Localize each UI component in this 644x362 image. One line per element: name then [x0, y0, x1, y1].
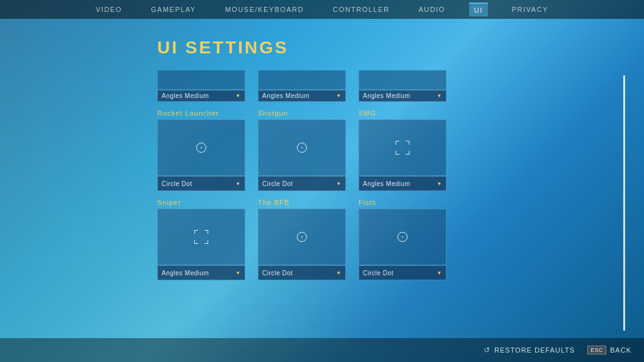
corner-tr-smg [406, 141, 409, 145]
weapon-dropdown-label-sniper: Angles Medium [162, 270, 209, 277]
dropdown-arrow-smg: ▼ [437, 181, 442, 187]
dropdown-arrow-fists: ▼ [437, 270, 442, 276]
nav-gameplay[interactable]: GAMEPLAY [146, 3, 201, 16]
weapon-label-shotgun: Shotgun [258, 109, 346, 117]
dropdown-arrow-shotgun: ▼ [336, 181, 341, 187]
weapon-item-shotgun: Shotgun Circle Dot ▼ [258, 109, 346, 191]
weapon-label-smg: SMG [358, 109, 447, 117]
weapon-label-sniper: Sniper [157, 199, 245, 206]
weapon-item-smg: SMG Angles Medium ▼ [358, 109, 447, 191]
nav-audio[interactable]: AUDIO [413, 3, 450, 16]
back-button[interactable]: ESC Back [587, 346, 631, 354]
corner-br-smg [406, 151, 409, 155]
crosshair-preview-bfb [258, 209, 346, 265]
weapon-dropdown-label-bfb: Circle Dot [262, 270, 293, 277]
crosshair-circle-fists [397, 232, 408, 242]
crosshair-circle-rocket-launcher [196, 143, 206, 153]
crosshair-angles-sniper [194, 230, 208, 244]
dropdown-arrow-sniper: ▼ [236, 270, 241, 276]
partial-item-3: Angles Medium ▼ [358, 70, 447, 102]
partial-preview-3 [358, 70, 447, 90]
crosshair-angles-smg [396, 141, 409, 155]
weapon-dropdown-label-fists: Circle Dot [363, 270, 394, 277]
dropdown-arrow-icon-2: ▼ [336, 93, 341, 99]
bottom-bar: ↺ Restore Defaults ESC Back [0, 338, 644, 362]
partial-dropdown-label-1: Angles Medium [162, 92, 209, 99]
corner-tr-sniper [204, 230, 208, 234]
restore-icon: ↺ [484, 346, 491, 354]
restore-defaults-button[interactable]: ↺ Restore Defaults [484, 346, 575, 354]
weapon-label-fists: Fists [358, 199, 447, 206]
esc-key-label: ESC [587, 346, 606, 354]
partial-preview-1 [157, 70, 245, 90]
weapon-dropdown-label-shotgun: Circle Dot [262, 180, 293, 187]
crosshair-circle-shotgun [297, 143, 307, 153]
dropdown-arrow-bfb: ▼ [336, 270, 341, 276]
crosshair-preview-sniper [157, 209, 245, 265]
weapon-item-sniper: Sniper Angles Medium ▼ [157, 199, 245, 280]
weapons-grid: Rocket Launcher Circle Dot ▼ Shotgun Cir… [157, 109, 606, 280]
dropdown-arrow-rocket-launcher: ▼ [236, 181, 241, 187]
weapon-dropdown-sniper[interactable]: Angles Medium ▼ [157, 265, 245, 280]
partial-dropdown-2[interactable]: Angles Medium ▼ [258, 90, 346, 102]
weapon-dropdown-label-smg: Angles Medium [363, 180, 410, 187]
crosshair-preview-shotgun [258, 119, 346, 176]
scrollbar[interactable] [623, 75, 625, 331]
partial-item-2: Angles Medium ▼ [258, 70, 346, 102]
partial-item-1: Angles Medium ▼ [157, 70, 245, 102]
crosshair-preview-rocket-launcher [157, 119, 245, 176]
partial-dropdown-label-3: Angles Medium [363, 92, 410, 99]
corner-tl-sniper [194, 230, 198, 234]
dropdown-arrow-icon: ▼ [236, 93, 241, 99]
nav-bar: VIDEO GAMEPLAY MOUSE/KEYBOARD CONTROLLER… [0, 0, 644, 19]
partial-preview-2 [258, 70, 346, 90]
crosshair-preview-fists [358, 209, 447, 265]
partial-row: Angles Medium ▼ Angles Medium ▼ Angles M… [157, 70, 606, 102]
weapon-item-bfb: The BFB Circle Dot ▼ [258, 199, 346, 280]
partial-dropdown-1[interactable]: Angles Medium ▼ [157, 90, 245, 102]
weapon-dropdown-fists[interactable]: Circle Dot ▼ [358, 265, 447, 280]
crosshair-preview-smg [358, 119, 447, 176]
corner-bl-sniper [194, 240, 198, 244]
crosshair-circle-bfb [297, 232, 307, 242]
weapon-dropdown-bfb[interactable]: Circle Dot ▼ [258, 265, 346, 280]
corner-bl-smg [396, 151, 399, 155]
restore-defaults-label: Restore Defaults [494, 346, 575, 354]
partial-dropdown-3[interactable]: Angles Medium ▼ [358, 90, 447, 102]
main-content: UI SETTINGS Angles Medium ▼ Angles Mediu… [126, 19, 606, 337]
nav-video[interactable]: VIDEO [91, 3, 127, 16]
back-label: Back [610, 346, 631, 354]
weapon-dropdown-shotgun[interactable]: Circle Dot ▼ [258, 176, 346, 191]
nav-controller[interactable]: CONTROLLER [328, 3, 394, 16]
partial-dropdown-label-2: Angles Medium [262, 92, 309, 99]
weapon-label-rocket-launcher: Rocket Launcher [157, 109, 245, 117]
nav-ui[interactable]: UI [469, 3, 488, 16]
weapon-item-fists: Fists Circle Dot ▼ [358, 199, 447, 280]
page-title: UI SETTINGS [157, 38, 606, 58]
nav-mouse-keyboard[interactable]: MOUSE/KEYBOARD [220, 3, 309, 16]
weapon-dropdown-smg[interactable]: Angles Medium ▼ [358, 176, 447, 191]
weapon-dropdown-label-rocket-launcher: Circle Dot [162, 180, 192, 187]
weapon-dropdown-rocket-launcher[interactable]: Circle Dot ▼ [157, 176, 245, 191]
dropdown-arrow-icon-3: ▼ [437, 93, 442, 99]
weapon-label-bfb: The BFB [258, 199, 346, 206]
weapon-item-rocket-launcher: Rocket Launcher Circle Dot ▼ [157, 109, 245, 191]
corner-br-sniper [204, 240, 208, 244]
nav-privacy[interactable]: PRIVACY [507, 3, 553, 16]
corner-tl-smg [396, 141, 399, 145]
